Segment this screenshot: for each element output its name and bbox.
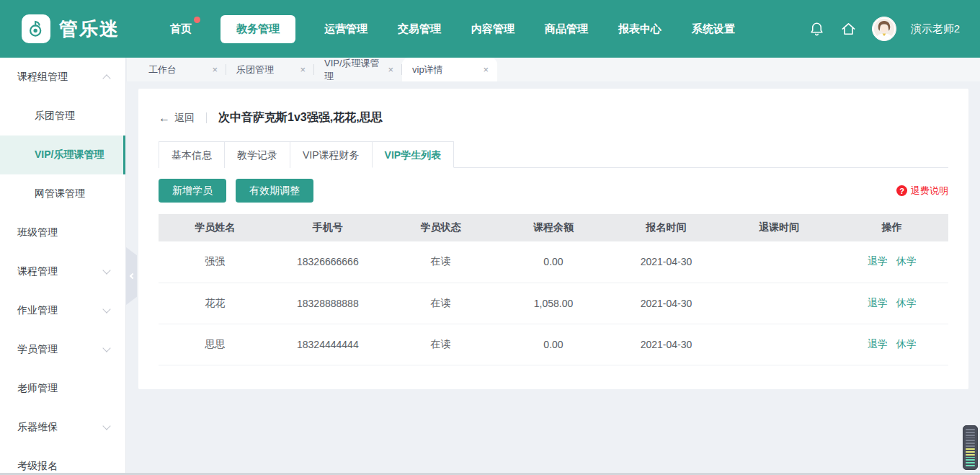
nav-item-label: 商品管理	[545, 22, 588, 35]
bell-icon[interactable]	[808, 20, 826, 37]
open-tab-band-manage[interactable]: 乐团管理×	[226, 58, 314, 81]
cell-phone: 18328888888	[272, 283, 385, 324]
meter-bar	[966, 451, 975, 453]
nav-item-label: 交易管理	[398, 22, 441, 35]
sidebar-item-exam[interactable]: 考级报名	[0, 447, 125, 475]
open-tab-workbench[interactable]: 工作台×	[138, 58, 226, 81]
chevron-down-icon	[102, 422, 110, 430]
nav-item-label: 运营管理	[324, 22, 368, 35]
cell-phone: 18324444444	[272, 324, 385, 365]
cell-balance: 0.00	[497, 241, 610, 283]
chevron-down-icon	[102, 266, 110, 274]
open-tabs-bar: 工作台×乐团管理×VIP/乐理课管理×vip详情×	[127, 58, 980, 81]
open-tab-label: VIP/乐理课管理	[324, 57, 388, 83]
nav-item-home[interactable]: 首页	[169, 15, 193, 43]
quit-school-link[interactable]: 退学	[868, 255, 888, 267]
sidebar-item-label: 班级管理	[17, 226, 58, 239]
cell-balance: 0.00	[497, 324, 610, 365]
table-header-cell: 操作	[835, 214, 948, 241]
tab-students[interactable]: VIP学生列表	[372, 141, 455, 168]
close-tab-icon[interactable]: ×	[300, 65, 306, 74]
cell-status: 在读	[384, 241, 497, 283]
suspend-link[interactable]: 休学	[896, 338, 917, 350]
validity-adjust-button[interactable]: 有效期调整	[236, 179, 313, 203]
open-tab-vip-detail[interactable]: vip详情×	[402, 58, 497, 81]
sidebar-item-online-course[interactable]: 网管课管理	[0, 174, 125, 213]
cell-enroll-date: 2021-04-30	[610, 241, 723, 283]
nav-item-goods[interactable]: 商品管理	[543, 15, 589, 43]
table-row: 思思18324444444在读0.002021-04-30退学休学	[159, 324, 948, 365]
cell-student-name: 强强	[159, 241, 272, 283]
quit-school-link[interactable]: 退学	[868, 338, 888, 350]
add-student-button[interactable]: 新增学员	[159, 179, 226, 203]
nav-item-content[interactable]: 内容管理	[470, 15, 516, 43]
divider	[206, 112, 207, 123]
cell-student-name: 思思	[159, 324, 272, 365]
sidebar-item-label: 老师管理	[17, 382, 58, 395]
sidebar-item-homework[interactable]: 作业管理	[0, 291, 125, 330]
open-tab-vip-manage[interactable]: VIP/乐理课管理×	[314, 58, 402, 81]
sidebar-item-band[interactable]: 乐团管理	[0, 97, 125, 136]
sidebar-item-label: 考级报名	[17, 460, 58, 473]
sidebar-item-class[interactable]: 班级管理	[0, 213, 125, 252]
table-header-cell: 手机号	[272, 214, 385, 241]
sidebar-item-vip-course[interactable]: VIP/乐理课管理	[0, 136, 125, 174]
sidebar-item-label: 网管课管理	[35, 187, 85, 200]
chevron-left-icon	[129, 273, 135, 279]
nav-item-system[interactable]: 系统设置	[690, 15, 736, 43]
detail-card: ← 返回 次中音萨克斯1v3强强,花花,思思 基本信息教学记录VIP课程财务VI…	[138, 89, 968, 389]
meter-bar	[966, 429, 975, 430]
instrument-glyph	[25, 18, 47, 40]
table-header-cell: 学员姓名	[159, 214, 272, 241]
tab-basic[interactable]: 基本信息	[159, 141, 225, 168]
table-row: 花花18328888888在读1,058.002021-04-30退学休学	[159, 283, 948, 324]
open-tab-label: vip详情	[412, 63, 443, 76]
refund-note-link[interactable]: ? 退费说明	[896, 185, 948, 197]
sidebar-item-label: 乐团管理	[35, 110, 75, 123]
nav-item-edu[interactable]: 教务管理	[220, 15, 295, 43]
sidebar-item-instrument[interactable]: 乐器维保	[0, 408, 125, 447]
cell-quit-date	[723, 324, 836, 365]
detail-tabs: 基本信息教学记录VIP课程财务VIP学生列表	[159, 141, 948, 168]
sidebar-item-label: 作业管理	[17, 304, 58, 317]
sidebar-item-label: 课程管理	[17, 265, 58, 278]
close-tab-icon[interactable]: ×	[388, 65, 393, 74]
back-row: ← 返回 次中音萨克斯1v3强强,花花,思思	[159, 89, 948, 125]
suspend-link[interactable]: 休学	[896, 297, 917, 308]
student-table: 学员姓名手机号学员状态课程余额报名时间退课时间操作 强强18326666666在…	[159, 214, 948, 365]
nav-item-label: 教务管理	[236, 22, 280, 35]
sidebar-item-course-group[interactable]: 课程组管理	[0, 58, 125, 97]
meter-bar	[966, 432, 975, 433]
meter-bar	[966, 454, 975, 456]
home-icon[interactable]	[840, 20, 858, 37]
sidebar-collapse-handle[interactable]	[126, 247, 137, 305]
sidebar-item-student[interactable]: 学员管理	[0, 330, 125, 369]
table-row: 强强18326666666在读0.002021-04-30退学休学	[159, 241, 948, 283]
cell-status: 在读	[384, 324, 497, 365]
user-name[interactable]: 演示老师2	[911, 22, 960, 36]
nav-item-operation[interactable]: 运营管理	[323, 15, 369, 43]
sidebar-item-label: 学员管理	[17, 343, 58, 356]
tab-records[interactable]: 教学记录	[224, 141, 290, 168]
nav-item-report[interactable]: 报表中心	[617, 15, 663, 43]
sidebar-item-teacher[interactable]: 老师管理	[0, 369, 125, 408]
cell-phone: 18326666666	[272, 241, 385, 283]
question-circle-icon: ?	[896, 185, 907, 196]
content-area: ← 返回 次中音萨克斯1v3强强,花花,思思 基本信息教学记录VIP课程财务VI…	[127, 81, 980, 475]
quit-school-link[interactable]: 退学	[868, 297, 888, 308]
user-avatar[interactable]	[872, 17, 896, 41]
cell-quit-date	[723, 241, 836, 283]
tab-finance[interactable]: VIP课程财务	[290, 141, 373, 168]
back-button[interactable]: ← 返回	[159, 112, 195, 125]
top-navbar: 管乐迷 首页教务管理运营管理交易管理内容管理商品管理报表中心系统设置	[0, 0, 980, 58]
sidebar-item-course[interactable]: 课程管理	[0, 252, 125, 291]
meter-bar	[966, 435, 975, 436]
nav-item-label: 报表中心	[618, 22, 662, 35]
nav-item-trade[interactable]: 交易管理	[396, 15, 442, 43]
close-tab-icon[interactable]: ×	[483, 65, 489, 74]
sidebar-item-label: VIP/乐理课管理	[35, 148, 104, 161]
suspend-link[interactable]: 休学	[896, 255, 917, 267]
meter-bar	[966, 465, 975, 466]
close-tab-icon[interactable]: ×	[212, 65, 218, 74]
back-arrow-icon: ←	[159, 112, 170, 124]
